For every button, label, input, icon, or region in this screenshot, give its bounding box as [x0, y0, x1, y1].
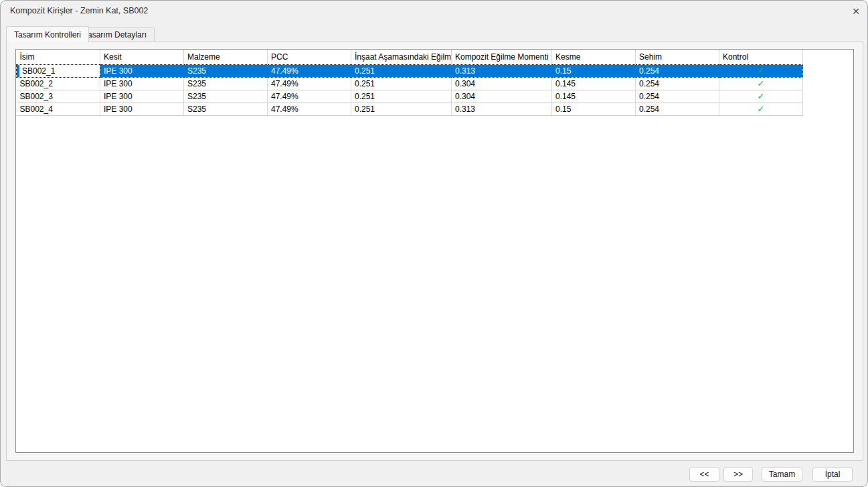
grid-cell[interactable]: 0.313	[452, 65, 552, 78]
column-header-malzeme[interactable]: Malzeme	[184, 50, 268, 65]
grid-cell[interactable]: SB002_1	[17, 65, 100, 78]
check-pass-icon: ✓	[758, 91, 765, 101]
grid-cell[interactable]: 0.251	[351, 65, 452, 78]
ok-button[interactable]: Tamam	[762, 467, 802, 482]
grid-cell-kontrol[interactable]: ✓	[719, 103, 803, 116]
column-header-isim[interactable]: İsim	[17, 50, 100, 65]
grid-cell[interactable]: 0.15	[552, 103, 636, 116]
grid-cell[interactable]: 0.145	[552, 78, 636, 90]
grid-cell-kontrol[interactable]: ✓	[719, 78, 803, 90]
table-row-sb002-1[interactable]: SB002_1 IPE 300 S235 47.49% 0.251 0.313 …	[17, 65, 803, 78]
header-row: İsim Kesit Malzeme PCC İnşaat Aşamasında…	[17, 50, 803, 65]
dialog-kompozit-kirisler: Kompozit Kirişler - Zemin Kat, SB002 × T…	[0, 0, 868, 487]
grid-cell[interactable]: IPE 300	[100, 78, 184, 90]
grid-cell[interactable]: 47.49%	[268, 90, 351, 103]
grid-cell[interactable]: IPE 300	[100, 90, 184, 103]
check-pass-icon: ✓	[758, 66, 765, 76]
grid-cell-kontrol[interactable]: ✓	[719, 65, 803, 78]
table-row-sb002-3[interactable]: SB002_3 IPE 300 S235 47.49% 0.251 0.304 …	[17, 90, 803, 103]
grid-cell[interactable]: 0.254	[636, 90, 719, 103]
grid-cell[interactable]: 0.304	[452, 90, 552, 103]
grid-cell[interactable]: 0.145	[552, 90, 636, 103]
grid-cell[interactable]: 0.15	[552, 65, 636, 78]
next-button[interactable]: >>	[723, 467, 753, 482]
grid-cell[interactable]: 0.313	[452, 103, 552, 116]
grid-cell[interactable]: 0.254	[636, 103, 719, 116]
grid-cell[interactable]: 0.251	[351, 103, 452, 116]
column-header-kesit[interactable]: Kesit	[100, 50, 184, 65]
grid-cell[interactable]: SB002_2	[17, 78, 100, 90]
grid-cell[interactable]: 0.251	[351, 78, 452, 90]
column-header-insaat-egilme[interactable]: İnşaat Aşamasındaki Eğilm...	[351, 50, 452, 65]
grid-cell[interactable]: 47.49%	[268, 65, 351, 78]
beam-results-table: İsim Kesit Malzeme PCC İnşaat Aşamasında…	[16, 50, 803, 116]
table-row-sb002-4[interactable]: SB002_4 IPE 300 S235 47.49% 0.251 0.313 …	[17, 103, 803, 116]
column-header-pcc[interactable]: PCC	[268, 50, 351, 65]
grid-cell[interactable]: IPE 300	[100, 103, 184, 116]
close-icon[interactable]: ×	[845, 3, 867, 20]
check-pass-icon: ✓	[758, 78, 765, 88]
tab-tasarim-kontrolleri[interactable]: Tasarım Kontrolleri	[6, 26, 89, 42]
previous-button[interactable]: <<	[689, 467, 719, 482]
grid-cell[interactable]: SB002_4	[17, 103, 100, 116]
tab-label: Tasarım Detayları	[84, 30, 147, 40]
grid-cell[interactable]: 47.49%	[268, 78, 351, 90]
grid-cell-kontrol[interactable]: ✓	[719, 90, 803, 103]
grid-cell[interactable]: 0.304	[452, 78, 552, 90]
title-bar: Kompozit Kirişler - Zemin Kat, SB002 ×	[1, 1, 867, 26]
grid-cell[interactable]: S235	[184, 90, 268, 103]
grid-cell[interactable]: 0.254	[636, 78, 719, 90]
tab-label: Tasarım Kontrolleri	[14, 30, 81, 40]
beam-results-grid[interactable]: İsim Kesit Malzeme PCC İnşaat Aşamasında…	[15, 49, 854, 453]
check-pass-icon: ✓	[758, 104, 765, 114]
grid-cell[interactable]: S235	[184, 78, 268, 90]
grid-cell[interactable]: 47.49%	[268, 103, 351, 116]
grid-cell[interactable]: S235	[184, 103, 268, 116]
window-title: Kompozit Kirişler - Zemin Kat, SB002	[10, 6, 148, 15]
grid-cell[interactable]: SB002_3	[17, 90, 100, 103]
column-header-kontrol[interactable]: Kontrol	[719, 50, 803, 65]
column-header-sehim[interactable]: Sehim	[636, 50, 719, 65]
grid-cell[interactable]: 0.254	[636, 65, 719, 78]
column-header-kompozit-egilme[interactable]: Kompozit Eğilme Momenti	[452, 50, 552, 65]
grid-cell[interactable]: IPE 300	[100, 65, 184, 78]
table-row-sb002-2[interactable]: SB002_2 IPE 300 S235 47.49% 0.251 0.304 …	[17, 78, 803, 90]
grid-cell[interactable]: 0.251	[351, 90, 452, 103]
column-header-kesme[interactable]: Kesme	[552, 50, 636, 65]
cancel-button[interactable]: İptal	[812, 467, 853, 482]
grid-cell[interactable]: S235	[184, 65, 268, 78]
